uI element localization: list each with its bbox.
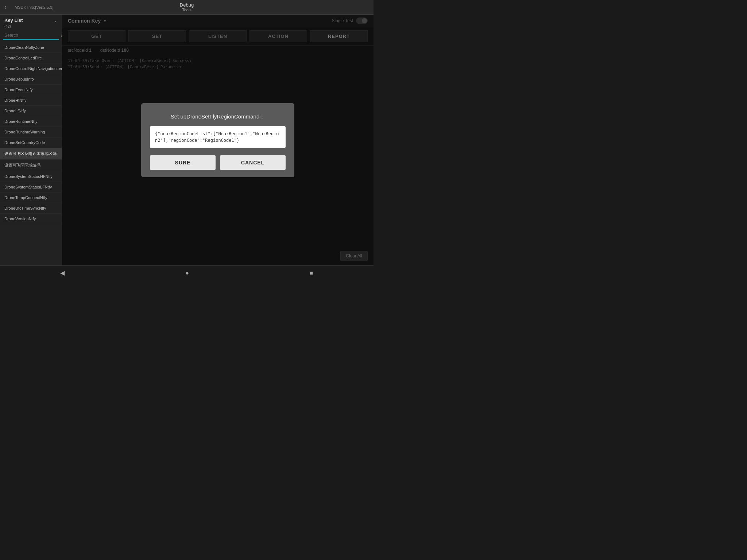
search-input[interactable] [3,31,61,39]
sidebar-item[interactable]: DroneUtcTimeSyncNtfy [0,203,62,214]
version-label: MSDK Info:[Ver:2.5.3] [15,5,53,9]
search-box: ☌ [3,31,59,40]
modal-title: Set upDroneSetFlyRegionCommand： [150,113,286,120]
modal-overlay: Set upDroneSetFlyRegionCommand： {"nearRe… [62,15,374,265]
sidebar-list: DroneCleanNoflyZoneDroneControlLedFireDr… [0,42,62,265]
sidebar-item[interactable]: DroneSetCountryCode [0,137,62,148]
sidebar-count: (42) [0,24,62,30]
sidebar-item[interactable]: 设置可飞区区域编码 [0,160,62,171]
sidebar-item[interactable]: DroneDebugInfo [0,74,62,85]
nav-recent-button[interactable]: ■ [302,267,321,279]
top-bar: ‹ MSDK Info:[Ver:2.5.3] Debug Tools [0,0,374,15]
nav-back-button[interactable]: ◀ [53,267,72,279]
sidebar-item[interactable]: DroneSystemStatusLFNtfy [0,182,62,192]
modal-content: {"nearRegionCodeList":["NearRegion1","Ne… [150,126,286,148]
sidebar-item[interactable]: DroneEventNtfy [0,85,62,95]
sidebar-header: Key List ⌄ [0,15,62,24]
app-title: Debug [180,2,194,8]
nav-home-button[interactable]: ● [178,267,196,279]
sidebar-item[interactable]: DroneLfNtfy [0,106,62,116]
sidebar-item[interactable]: DroneRuntimeNtfy [0,116,62,127]
sidebar-item[interactable]: DroneControlLedFire [0,53,62,63]
modal-sure-button[interactable]: SURE [150,155,216,170]
sidebar-item[interactable]: DroneHfNtfy [0,95,62,106]
sidebar-item[interactable]: DroneControlNightNavigationLed [0,63,62,74]
sidebar-item[interactable]: 设置可飞区及附近国家地区码 [0,148,62,160]
sidebar-chevron-icon[interactable]: ⌄ [54,18,57,23]
key-list-title: Key List [4,18,23,23]
modal-dialog: Set upDroneSetFlyRegionCommand： {"nearRe… [141,103,294,177]
sidebar-item[interactable]: DroneSystemStatusHFNtfy [0,171,62,182]
main-layout: Key List ⌄ (42) ☌ DroneCleanNoflyZoneDro… [0,15,374,265]
back-button[interactable]: ‹ [4,3,7,11]
sidebar: Key List ⌄ (42) ☌ DroneCleanNoflyZoneDro… [0,15,62,265]
bottom-bar: ◀ ● ■ [0,265,374,280]
sidebar-item[interactable]: DroneTempConnectNtfy [0,192,62,203]
modal-buttons: SURE CANCEL [150,155,286,170]
modal-cancel-button[interactable]: CANCEL [220,155,286,170]
app-subtitle: Tools [180,8,194,12]
content-area: Common Key ▼ Single Test GETSETLISTENACT… [62,15,374,265]
sidebar-item[interactable]: DroneCleanNoflyZone [0,42,62,53]
sidebar-item[interactable]: DroneVersionNtfy [0,214,62,224]
sidebar-item[interactable]: DroneRuntimeWarning [0,127,62,137]
